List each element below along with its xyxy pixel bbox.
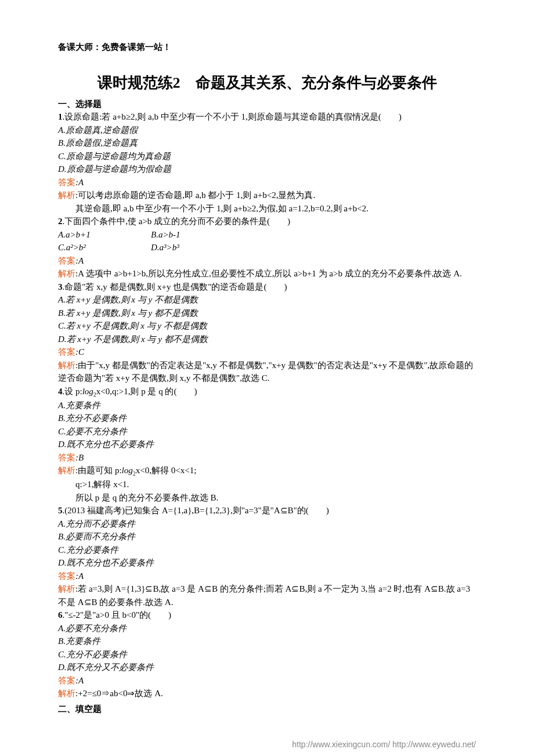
q3-opt-b: B.若 x+y 是偶数,则 x 与 y 都不是偶数 — [58, 307, 476, 320]
q1-exp1-text: :可以考虑原命题的逆否命题,即 a,b 都小于 1,则 a+b<2,显然为真. — [75, 190, 315, 200]
q2-answer: 答案:A — [58, 254, 476, 268]
q4-opt-d: D.既不充分也不必要条件 — [58, 438, 476, 451]
q5-exp-text: :若 a=3,则 A={1,3}⊆B,故 a=3 是 A⊆B 的充分条件;而若 … — [58, 584, 470, 607]
q4-explanation-1: 解析:由题可知 p:log2x<0,解得 0<x<1; — [58, 464, 476, 478]
q4-stem-b: x<0,q:>1,则 p 是 q 的( ) — [96, 387, 197, 396]
q6-opt-a: A.必要不充分条件 — [58, 622, 476, 635]
q3-stem: 3.命题"若 x,y 都是偶数,则 x+y 也是偶数"的逆否命题是( ) — [58, 280, 476, 294]
q5-opt-a: A.充分而不必要条件 — [58, 517, 476, 531]
explain-label: 解析 — [58, 584, 75, 593]
q3-opt-a: A.若 x+y 是偶数,则 x 与 y 不都是偶数 — [58, 293, 476, 307]
q1-opt-b: B.原命题假,逆命题真 — [58, 136, 476, 150]
q5-answer: 答案:A — [58, 570, 476, 583]
page-header: 备课大师：免费备课第一站！ — [58, 41, 476, 54]
page-title: 课时规范练2 命题及其关系、充分条件与必要条件 — [58, 71, 476, 94]
answer-label: 答案 — [58, 347, 75, 357]
explain-label: 解析 — [58, 689, 75, 698]
q5-opt-c: C.充分必要条件 — [58, 543, 476, 557]
q3-stem-text: .命题"若 x,y 都是偶数,则 x+y 也是偶数"的逆否命题是( ) — [63, 282, 287, 291]
q4-exp1a: :由题可知 p: — [75, 466, 122, 475]
q4-stem-a: .设 p: — [63, 387, 82, 396]
q4-answer: 答案:B — [58, 451, 476, 465]
q6-exp-text: :+2=≤0⇒ab<0⇒故选 A. — [75, 689, 163, 698]
q1-opt-c: C.原命题与逆命题均为真命题 — [58, 150, 476, 163]
q1-num: 1 — [58, 112, 63, 121]
explain-label: 解析 — [58, 466, 75, 475]
q2-stem: 2.下面四个条件中,使 a>b 成立的充分而不必要的条件是( ) — [58, 215, 476, 228]
q1-answer: 答案:A — [58, 176, 476, 189]
q3-explanation: 解析:由于"x,y 都是偶数"的否定表达是"x,y 不都是偶数","x+y 是偶… — [58, 359, 476, 385]
section-2-heading: 二、填空题 — [58, 703, 476, 716]
q2-opt-d: D.a³>b³ — [151, 241, 179, 254]
q5-answer-value: :A — [75, 571, 84, 581]
q4-opt-a: A.充要条件 — [58, 399, 476, 412]
explain-label: 解析 — [58, 269, 75, 278]
q1-opt-a: A.原命题真,逆命题假 — [58, 124, 476, 137]
answer-label: 答案 — [58, 178, 75, 187]
q1-explanation-2: 其逆命题,即 a,b 中至少有一个不小于 1,则 a+b≥2,为假,如 a=1.… — [58, 202, 476, 215]
q4-exp1b: x<0,解得 0<x<1; — [136, 466, 197, 475]
q6-explanation: 解析:+2=≤0⇒ab<0⇒故选 A. — [58, 687, 476, 700]
q1-answer-value: :A — [75, 178, 84, 187]
q5-explanation: 解析:若 a=3,则 A={1,3}⊆B,故 a=3 是 A⊆B 的充分条件;而… — [58, 582, 476, 609]
q6-opt-c: C.充分不必要条件 — [58, 648, 476, 661]
q6-opt-b: B.充要条件 — [58, 635, 476, 648]
q6-stem: 6."≤-2"是"a>0 且 b<0"的( ) — [58, 609, 476, 622]
q3-num: 3 — [58, 282, 63, 291]
q2-opts-row1: A.a>b+1B.a>b-1 — [58, 228, 476, 242]
q6-num: 6 — [58, 610, 63, 620]
q3-opt-d: D.若 x+y 不是偶数,则 x 与 y 都不是偶数 — [58, 333, 476, 346]
q4-opt-b: B.充分不必要条件 — [58, 412, 476, 425]
q5-opt-b: B.必要而不充分条件 — [58, 530, 476, 543]
q4-stem: 4.设 p:log2x<0,q:>1,则 p 是 q 的( ) — [58, 385, 476, 399]
q6-opt-d: D.既不充分又不必要条件 — [58, 661, 476, 674]
q2-opt-b: B.a>b-1 — [151, 228, 181, 242]
q1-explanation-1: 解析:可以考虑原命题的逆否命题,即 a,b 都小于 1,则 a+b<2,显然为真… — [58, 189, 476, 202]
explain-label: 解析 — [58, 190, 75, 200]
q6-answer: 答案:A — [58, 674, 476, 687]
q2-opts-row2: C.a²>b²D.a³>b³ — [58, 241, 476, 254]
q1-stem-text: .设原命题:若 a+b≥2,则 a,b 中至少有一个不小于 1,则原命题与其逆命… — [63, 112, 402, 121]
q2-explanation: 解析:A 选项中 a>b+1>b,所以充分性成立,但必要性不成立,所以 a>b+… — [58, 267, 476, 280]
explain-label: 解析 — [58, 361, 75, 370]
q1-opt-d: D.原命题与逆命题均为假命题 — [58, 163, 476, 176]
q5-stem-text: .(2013 福建高考)已知集合 A={1,a},B={1,2,3},则"a=3… — [63, 506, 329, 515]
log-text: log — [82, 387, 93, 396]
q2-exp-text: :A 选项中 a>b+1>b,所以充分性成立,但必要性不成立,所以 a>b+1 … — [75, 269, 462, 278]
q3-exp-text: :由于"x,y 都是偶数"的否定表达是"x,y 不都是偶数","x+y 是偶数"… — [58, 361, 473, 383]
q4-explanation-3: 所以 p 是 q 的充分不必要条件,故选 B. — [58, 491, 476, 505]
q2-num: 2 — [58, 217, 63, 226]
q5-opt-d: D.既不充分也不必要条件 — [58, 556, 476, 570]
q4-num: 4 — [58, 387, 63, 396]
q2-stem-text: .下面四个条件中,使 a>b 成立的充分而不必要的条件是( ) — [63, 217, 291, 226]
q1-stem: 1.设原命题:若 a+b≥2,则 a,b 中至少有一个不小于 1,则原命题与其逆… — [58, 110, 476, 124]
q4-answer-value: :B — [75, 453, 84, 462]
q2-opt-c: C.a²>b² — [58, 241, 151, 254]
section-1-heading: 一、选择题 — [58, 98, 476, 111]
page-footer: http://www.xiexingcun.com/ http://www.ey… — [58, 739, 476, 751]
q4-opt-c: C.必要不充分条件 — [58, 425, 476, 438]
q5-stem: 5.(2013 福建高考)已知集合 A={1,a},B={1,2,3},则"a=… — [58, 504, 476, 517]
q4-explanation-2: q:>1,解得 x<1. — [58, 478, 476, 491]
q5-num: 5 — [58, 506, 63, 515]
q3-opt-c: C.若 x+y 不是偶数,则 x 与 y 不都是偶数 — [58, 319, 476, 333]
answer-label: 答案 — [58, 571, 75, 581]
answer-label: 答案 — [58, 256, 75, 265]
q6-answer-value: :A — [75, 676, 84, 685]
q2-opt-a: A.a>b+1 — [58, 228, 151, 242]
answer-label: 答案 — [58, 676, 75, 685]
log-text: log — [122, 466, 133, 475]
answer-label: 答案 — [58, 453, 75, 462]
q6-stem-text: ."≤-2"是"a>0 且 b<0"的( ) — [63, 610, 172, 620]
q3-answer-value: :C — [75, 347, 84, 357]
q2-answer-value: :A — [75, 256, 84, 265]
q3-answer: 答案:C — [58, 345, 476, 359]
